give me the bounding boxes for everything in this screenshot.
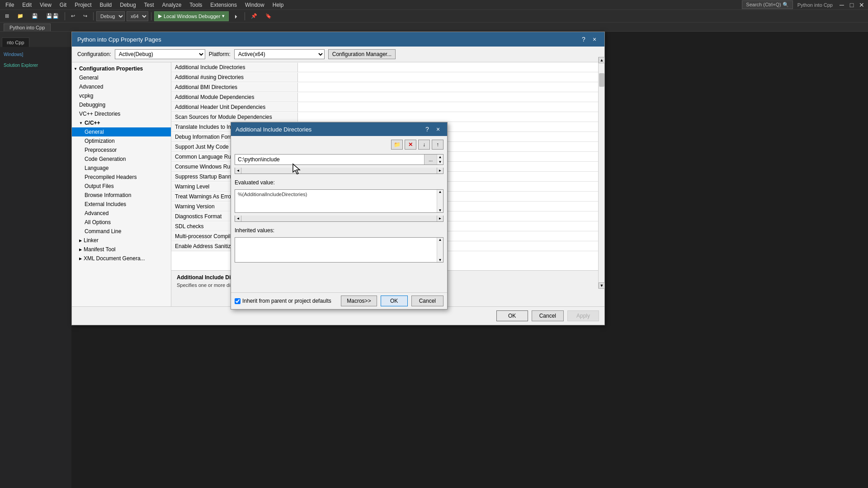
vs-tab[interactable]: nto Cpp <box>2 38 29 47</box>
tree-browse-info[interactable]: Browse Information <box>72 191 171 200</box>
tree-xml-doc[interactable]: ▶ XML Document Genera... <box>72 254 171 263</box>
tree-advanced2[interactable]: Advanced <box>72 209 171 218</box>
input-scroll-down[interactable]: ▼ <box>437 160 443 164</box>
inner-footer-buttons: Macros>> OK Cancel <box>341 296 443 306</box>
menu-edit[interactable]: Edit <box>19 1 35 9</box>
tree-linker[interactable]: ▶ Linker <box>72 236 171 245</box>
tree-output-files[interactable]: Output Files <box>72 182 171 191</box>
prop-name-scan-source: Scan Sources for Module Dependencies <box>171 113 298 122</box>
config-manager-btn[interactable]: Configuration Manager... <box>328 49 396 59</box>
input-scroll-up[interactable]: ▲ <box>437 155 443 160</box>
toolbar-undo[interactable]: ↩ <box>68 11 78 21</box>
toolbar-pin[interactable]: 📌 <box>248 11 260 21</box>
prop-row-additional-include[interactable]: Additional Include Directories <box>171 62 598 72</box>
tree-preprocessor[interactable]: Preprocessor <box>72 145 171 155</box>
dir-add-btn[interactable]: 📁 <box>391 140 403 150</box>
inner-cancel-btn[interactable]: Cancel <box>411 296 443 306</box>
tree-config-properties[interactable]: ▼ Configuration Properties <box>72 64 171 73</box>
prop-row-additional-header[interactable]: Additional Header Unit Dependencies <box>171 102 598 112</box>
menu-test[interactable]: Test <box>141 1 158 9</box>
eval-hscroll-track <box>241 216 437 221</box>
tree-language[interactable]: Language <box>72 164 171 173</box>
props-scroll-track <box>599 69 605 264</box>
menubar: File Edit View Git Project Build Debug T… <box>0 0 868 10</box>
dir-path-input[interactable] <box>235 155 424 164</box>
menu-project[interactable]: Project <box>71 1 95 9</box>
tree-manifest-tool[interactable]: ▶ Manifest Tool <box>72 245 171 254</box>
menu-file[interactable]: File <box>2 1 18 9</box>
ok-btn[interactable]: OK <box>496 310 528 321</box>
dir-down-btn[interactable]: ↓ <box>418 140 430 150</box>
macros-btn[interactable]: Macros>> <box>341 296 377 306</box>
inner-ok-btn[interactable]: OK <box>381 296 408 306</box>
toolbar-new[interactable]: ⊞ <box>2 11 12 21</box>
eval-scroll-down[interactable]: ▼ <box>437 208 443 212</box>
inner-close-btn[interactable]: × <box>434 125 443 134</box>
minimize-btn[interactable]: ─ <box>837 0 846 9</box>
cpp-label: C/C++ <box>85 120 100 126</box>
vs-text: Windows] Solution Explorer <box>4 51 68 69</box>
prop-row-additional-module[interactable]: Additional Module Dependencies <box>171 92 598 102</box>
apply-btn[interactable]: Apply <box>567 310 599 321</box>
props-scrollbar[interactable]: ▲ ▼ <box>598 62 604 270</box>
menu-view[interactable]: View <box>36 1 55 9</box>
prop-row-additional-bmi[interactable]: Additional BMI Directories <box>171 82 598 92</box>
property-dialog-close-btn[interactable]: × <box>590 35 599 44</box>
property-dialog-help-btn[interactable]: ? <box>579 35 588 44</box>
prop-row-scan-source[interactable]: Scan Sources for Module Dependencies <box>171 112 598 122</box>
eval-hscroll-right[interactable]: ► <box>437 216 443 221</box>
tree-all-options[interactable]: All Options <box>72 218 171 227</box>
prop-row-additional-using[interactable]: Additional #using Directories <box>171 72 598 82</box>
tree-cpp[interactable]: ▼ C/C++ <box>72 118 171 127</box>
menu-tools[interactable]: Tools <box>186 1 206 9</box>
inherit-checkbox[interactable] <box>235 298 241 304</box>
tree-optimization[interactable]: Optimization <box>72 136 171 145</box>
search-box[interactable]: Search (Ctrl+Q) 🔍 <box>742 0 793 9</box>
eval-value: %(AdditionalIncludeDirectories) <box>235 190 437 212</box>
toolbar-redo[interactable]: ↪ <box>80 11 90 21</box>
toolbar-saveall[interactable]: 💾💾 <box>43 11 62 21</box>
eval-scroll-up[interactable]: ▲ <box>437 190 443 194</box>
tree-advanced[interactable]: Advanced <box>72 82 171 91</box>
platform-select[interactable]: Active(x64) <box>234 49 325 59</box>
inherited-scroll-up[interactable]: ▲ <box>437 238 443 242</box>
menu-git[interactable]: Git <box>56 1 70 9</box>
menu-extensions[interactable]: Extensions <box>207 1 241 9</box>
toolbar-save[interactable]: 💾 <box>28 11 41 21</box>
inherited-scroll-down[interactable]: ▼ <box>437 258 443 262</box>
menu-analyze[interactable]: Analyze <box>159 1 185 9</box>
tree-general[interactable]: General <box>72 73 171 82</box>
menu-debug[interactable]: Debug <box>116 1 139 9</box>
platform-dropdown[interactable]: x64 <box>127 11 148 21</box>
menu-window[interactable]: Window <box>241 1 268 9</box>
hscroll-right[interactable]: ► <box>437 168 443 174</box>
tree-cpp-general[interactable]: General <box>72 127 171 136</box>
toolbar-misc[interactable]: ⏵ <box>231 11 242 21</box>
config-select[interactable]: Active(Debug) <box>115 49 205 59</box>
tree-vcpkg[interactable]: vcpkg <box>72 91 171 100</box>
cancel-btn[interactable]: Cancel <box>532 310 564 321</box>
tree-vc-dirs[interactable]: VC++ Directories <box>72 109 171 118</box>
menu-help[interactable]: Help <box>269 1 288 9</box>
inner-help-btn[interactable]: ? <box>423 125 432 134</box>
linker-label: Linker <box>84 237 99 244</box>
tab-python-cpp[interactable]: Python into Cpp <box>4 23 51 31</box>
toolbar-open[interactable]: 📁 <box>14 11 27 21</box>
eval-hscroll-left[interactable]: ◄ <box>235 216 241 221</box>
toolbar-bookmark[interactable]: 🔖 <box>262 11 275 21</box>
config-dropdown[interactable]: Debug <box>96 11 125 21</box>
dir-browse-btn[interactable]: ... <box>424 155 437 164</box>
tree-command-line[interactable]: Command Line <box>72 227 171 236</box>
menu-build[interactable]: Build <box>96 1 116 9</box>
maximize-btn[interactable]: □ <box>847 0 856 9</box>
tree-code-gen[interactable]: Code Generation <box>72 155 171 164</box>
config-label: Configuration: <box>77 51 111 57</box>
start-debugger-btn[interactable]: ▶ Local Windows Debugger ▾ <box>154 11 229 21</box>
tree-external-includes[interactable]: External Includes <box>72 200 171 209</box>
close-btn[interactable]: ✕ <box>857 0 866 9</box>
dir-delete-btn[interactable]: ✕ <box>405 140 416 150</box>
tree-precomp-headers[interactable]: Precompiled Headers <box>72 173 171 182</box>
hscroll-left[interactable]: ◄ <box>235 168 241 174</box>
dir-up-btn[interactable]: ↑ <box>432 140 443 150</box>
tree-debugging[interactable]: Debugging <box>72 100 171 109</box>
